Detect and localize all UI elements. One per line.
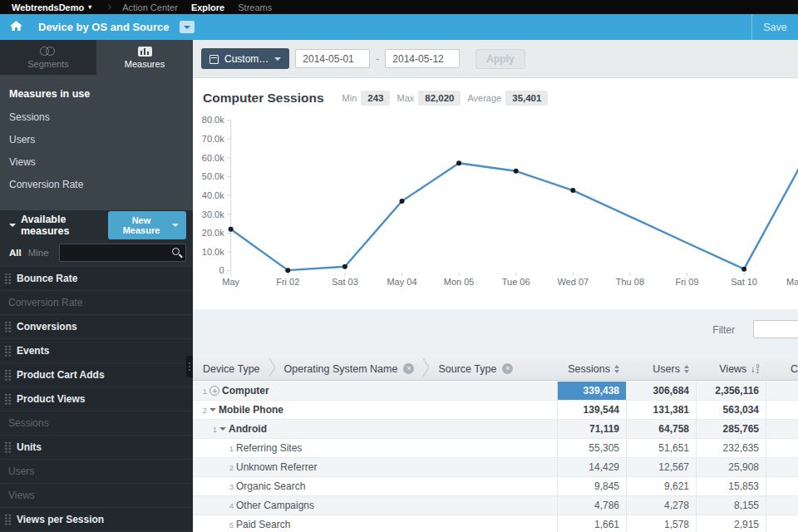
measure-item-product-cart-adds[interactable]: Product Cart Adds (0, 363, 193, 387)
value-cell[interactable]: 2,915 (696, 515, 766, 532)
drag-handle-icon[interactable] (4, 393, 12, 406)
value-cell[interactable]: 4,786 (557, 496, 626, 515)
nav-item-action-center[interactable]: Action Center (122, 2, 178, 12)
measure-item-events[interactable]: Events (0, 339, 193, 363)
measure-item-conversions[interactable]: Conversions (0, 315, 193, 339)
measure-header-sessions[interactable]: Sessions (557, 357, 626, 380)
value-cell[interactable]: 14,429 (557, 458, 626, 476)
value-cell[interactable]: 15,853 (696, 477, 766, 495)
value-cell[interactable]: 12,567 (626, 458, 696, 476)
measure-item-bounce-rate[interactable]: Bounce Rate (0, 267, 193, 291)
drag-handle-icon[interactable] (4, 273, 12, 285)
drag-handle-icon[interactable] (4, 514, 12, 526)
filter-mine-toggle[interactable]: Mine (28, 248, 49, 258)
measures-icon (138, 47, 152, 57)
value-cell[interactable]: 64,758 (626, 420, 696, 438)
table-row-computer[interactable]: 1Computer339,438306,6842,356,116 (193, 382, 798, 401)
value-cell[interactable]: 131,381 (626, 401, 696, 419)
filter-all-toggle[interactable]: All (9, 248, 22, 258)
in-use-measure-conversion-rate[interactable]: Conversion Rate (9, 174, 193, 196)
svg-text:80.0k: 80.0k (202, 115, 224, 125)
date-range-button[interactable]: Custom… (201, 48, 289, 69)
sidebar-resize-handle[interactable] (186, 356, 193, 377)
drag-handle-icon[interactable] (4, 321, 12, 333)
in-use-measure-views[interactable]: Views (9, 151, 193, 174)
remove-dimension-icon[interactable]: × (502, 363, 513, 374)
value-cell[interactable] (766, 496, 798, 515)
in-use-measure-users[interactable]: Users (9, 129, 193, 151)
table-row-android[interactable]: 1Android71,11964,758285,765 (193, 420, 798, 439)
value-cell[interactable]: 139,544 (557, 401, 626, 419)
value-cell[interactable] (766, 458, 798, 476)
value-cell[interactable]: 4,278 (626, 496, 696, 515)
value-cell[interactable]: 9,621 (626, 477, 696, 495)
collapse-caret-icon[interactable] (219, 427, 226, 434)
value-cell[interactable] (766, 477, 798, 495)
value-cell[interactable] (766, 382, 798, 400)
measure-search-input[interactable] (60, 244, 185, 261)
global-nav-bar: WebtrendsDemo ▾ Action CenterExploreStre… (0, 0, 798, 14)
value-cell[interactable] (766, 439, 798, 457)
svg-text:Fri 02: Fri 02 (276, 277, 299, 287)
value-cell[interactable] (766, 515, 798, 532)
row-number: 2 (226, 463, 234, 472)
collapse-caret-icon[interactable] (209, 408, 216, 415)
measure-header-users[interactable]: Users (626, 357, 696, 380)
dimension-column-device-type[interactable]: Device Type (203, 363, 260, 375)
new-measure-button[interactable]: New Measure (108, 211, 186, 239)
value-cell[interactable]: 9,845 (557, 477, 626, 495)
value-cell[interactable]: 1,661 (557, 515, 626, 532)
value-cell[interactable]: 306,684 (626, 382, 696, 400)
table-row-referring-sites[interactable]: 1Referring Sites55,30551,651232,635 (193, 439, 798, 458)
drag-handle-icon[interactable] (4, 369, 12, 382)
value-cell[interactable]: 563,034 (696, 401, 766, 419)
dimension-column-source-type[interactable]: Source Type× (438, 363, 513, 375)
table-row-paid-search[interactable]: 5Paid Search1,6611,5782,915 (193, 515, 798, 532)
measure-item-views-per-session[interactable]: Views per Session (0, 508, 193, 532)
value-cell[interactable]: 2,356,116 (696, 382, 766, 400)
value-cell[interactable]: 55,305 (557, 439, 626, 457)
value-cell[interactable]: 51,651 (626, 439, 696, 457)
table-row-mobile-phone[interactable]: 2Mobile Phone139,544131,381563,034 (193, 401, 798, 420)
value-cell[interactable]: 232,635 (696, 439, 766, 457)
tab-segments[interactable]: Segments (0, 40, 96, 75)
end-date-input[interactable] (385, 49, 460, 68)
title-dropdown-button[interactable] (180, 21, 195, 33)
nav-item-streams[interactable]: Streams (238, 2, 272, 12)
filter-input[interactable] (753, 320, 798, 338)
save-button[interactable]: Save (751, 14, 798, 40)
dimension-column-operating-system-name[interactable]: Operating System Name× (284, 363, 415, 375)
table-row-unknown-referrer[interactable]: 2Unknown Referrer14,42912,56725,908 (193, 458, 798, 477)
start-date-input[interactable] (295, 49, 370, 68)
drag-handle-icon[interactable] (4, 441, 12, 454)
table-row-other-campaigns[interactable]: 4Other Campaigns4,7864,2788,155 (193, 496, 798, 515)
measure-header-c[interactable]: C (766, 357, 798, 380)
measure-label: Events (17, 345, 49, 357)
in-use-measure-sessions[interactable]: Sessions (9, 106, 193, 129)
search-icon (172, 248, 180, 255)
value-cell[interactable]: 25,908 (696, 458, 766, 476)
measure-item-units[interactable]: Units (0, 436, 193, 460)
tab-measures[interactable]: Measures (96, 40, 193, 75)
account-menu[interactable]: WebtrendsDemo ▾ (12, 2, 91, 12)
svg-text:Fri 09: Fri 09 (675, 277, 698, 287)
svg-text:0: 0 (219, 265, 224, 275)
value-cell[interactable]: 1,578 (626, 515, 696, 532)
nav-item-explore[interactable]: Explore (191, 2, 224, 12)
collapse-caret-icon[interactable] (9, 224, 16, 230)
remove-dimension-icon[interactable]: × (403, 363, 414, 374)
drag-handle-icon[interactable] (4, 345, 12, 357)
value-cell[interactable]: 339,438 (557, 382, 626, 400)
value-cell[interactable] (766, 420, 798, 438)
value-cell[interactable]: 285,765 (696, 420, 766, 438)
measure-item-sessions: Sessions (0, 411, 193, 436)
apply-button[interactable]: Apply (475, 49, 525, 69)
measure-header-views[interactable]: Views↓91 (696, 357, 766, 380)
measure-item-product-views[interactable]: Product Views (0, 387, 193, 411)
home-button[interactable] (0, 20, 32, 35)
table-row-organic-search[interactable]: 3Organic Search9,8459,62115,853 (193, 477, 798, 496)
value-cell[interactable]: 8,155 (696, 496, 766, 515)
value-cell[interactable] (766, 401, 798, 419)
value-cell[interactable]: 71,119 (557, 420, 626, 438)
expand-plus-icon[interactable] (209, 386, 219, 396)
